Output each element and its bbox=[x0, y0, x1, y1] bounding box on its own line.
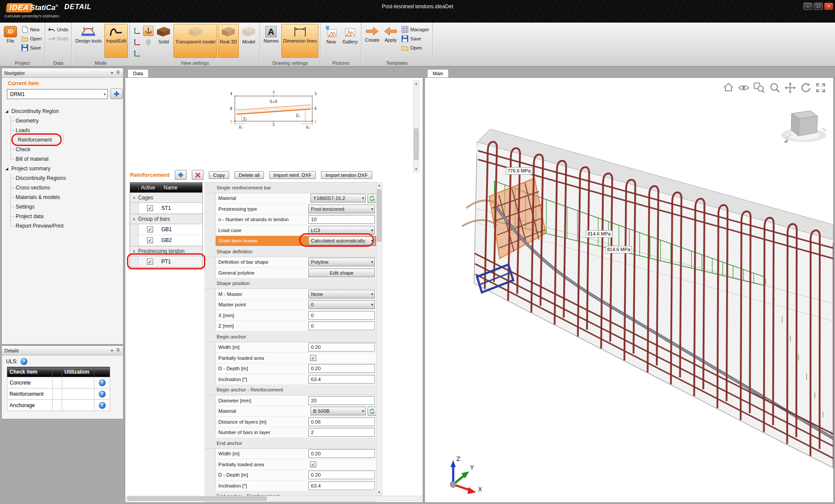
partially-loaded-checkbox[interactable] bbox=[310, 355, 316, 361]
data-horizontal-scrollbar[interactable] bbox=[126, 496, 422, 501]
zoom-all-home-icon[interactable] bbox=[723, 82, 734, 93]
active-checkbox[interactable] bbox=[147, 226, 153, 232]
view-eye-icon[interactable] bbox=[738, 82, 749, 93]
pin-icon[interactable] bbox=[116, 70, 120, 75]
group-prestressing-tendon[interactable]: ∧Prestressing tendon bbox=[130, 246, 202, 256]
new-button[interactable]: New bbox=[20, 26, 43, 33]
tree-item-cross-sections[interactable]: Cross-sections bbox=[5, 183, 120, 192]
refresh-material-button[interactable] bbox=[367, 407, 377, 416]
template-open-button[interactable]: Open bbox=[400, 44, 430, 52]
begin-diameter-input[interactable]: 20 bbox=[308, 396, 375, 405]
tree-item-settings[interactable]: Settings bbox=[5, 202, 120, 212]
file-button[interactable]: ID File bbox=[2, 24, 19, 58]
end-width-input[interactable]: 0.20 bbox=[308, 449, 375, 458]
diagram-scrollbar[interactable]: ▲▼ bbox=[413, 80, 419, 172]
active-checkbox[interactable] bbox=[147, 237, 153, 243]
tree-item-geometry[interactable]: Geometry bbox=[5, 116, 120, 126]
master-point-select[interactable]: 0 bbox=[308, 300, 375, 309]
tree-item-discontinuity-region[interactable]: ◢Discontinuity Region bbox=[5, 106, 120, 116]
main-viewport[interactable]: 776.6 MPa 814.6 MPa 814.6 MPa Z Y X bbox=[424, 77, 834, 503]
close-button[interactable]: × bbox=[824, 3, 833, 10]
tree-item-discontinuity-regions[interactable]: Discontinuity Regions bbox=[5, 173, 120, 183]
tree-item-bill-of-material[interactable]: Bill of material bbox=[5, 154, 120, 164]
group-cages[interactable]: ∧Cages bbox=[130, 192, 202, 203]
tree-item-project-data[interactable]: Project data bbox=[5, 212, 120, 221]
minimize-button[interactable]: – bbox=[803, 3, 812, 10]
active-checkbox[interactable] bbox=[147, 259, 153, 265]
copy-button[interactable]: Copy bbox=[209, 171, 229, 179]
tree-item-loads[interactable]: Loads bbox=[5, 126, 120, 135]
rotate-icon[interactable] bbox=[800, 82, 811, 93]
bars-in-layer-input[interactable]: 2 bbox=[308, 428, 375, 437]
group-bars[interactable]: ∧Group of bars bbox=[130, 214, 202, 224]
save-button[interactable]: Save bbox=[20, 44, 43, 52]
input-edit-button[interactable]: Input/Edit bbox=[104, 24, 128, 58]
end-depth-input[interactable]: 0.20 bbox=[308, 471, 375, 479]
short-term-losses-select[interactable]: Calculated automatically bbox=[308, 236, 375, 245]
x-input[interactable]: 0 bbox=[308, 311, 375, 320]
design-tools-button[interactable]: Design tools bbox=[73, 24, 104, 58]
begin-material-select[interactable]: B 500B bbox=[311, 407, 366, 415]
add-reinforcement-button[interactable] bbox=[175, 170, 187, 180]
import-reinf-dxf-button[interactable]: Import reinf. DXF bbox=[269, 171, 316, 179]
help-icon[interactable]: ? bbox=[20, 358, 27, 365]
import-tendon-dxf-button[interactable]: Import tendon DXF bbox=[321, 171, 372, 179]
pan-icon[interactable] bbox=[785, 82, 796, 93]
begin-inclination-input[interactable]: 63.4 bbox=[308, 375, 375, 384]
row-st1[interactable]: ST1 bbox=[130, 203, 202, 214]
edit-shape-button[interactable]: Edit shape bbox=[308, 269, 375, 277]
help-icon[interactable]: ? bbox=[99, 379, 106, 386]
prestressing-type-select[interactable]: Post-tensioned bbox=[308, 205, 375, 213]
help-icon[interactable]: ? bbox=[99, 402, 106, 409]
names-button[interactable]: A Names bbox=[262, 24, 281, 58]
redo-button[interactable]: Redo bbox=[47, 35, 70, 43]
pin-icon[interactable] bbox=[116, 348, 120, 353]
axis-view-xy-button[interactable] bbox=[132, 26, 142, 36]
delete-all-button[interactable]: Delete all bbox=[234, 171, 264, 179]
tree-item-materials-models[interactable]: Materials & models bbox=[5, 192, 120, 202]
load-case-select[interactable]: LC3 bbox=[308, 226, 375, 235]
axis-view-zy-button[interactable] bbox=[132, 48, 142, 59]
begin-width-input[interactable]: 0.20 bbox=[308, 343, 375, 351]
row-gb1[interactable]: GB1 bbox=[130, 224, 202, 235]
strand-count-input[interactable]: 10 bbox=[308, 215, 375, 224]
expander-icon[interactable]: ◢ bbox=[5, 109, 11, 113]
partially-loaded-checkbox[interactable] bbox=[310, 461, 316, 468]
row-pt1[interactable]: PT1 bbox=[130, 256, 202, 267]
help-icon[interactable]: ? bbox=[99, 391, 106, 398]
tab-data[interactable]: Data bbox=[127, 69, 149, 77]
solid-button[interactable]: Solid bbox=[154, 24, 173, 58]
dimension-lines-button[interactable]: Dimension lines bbox=[281, 24, 319, 58]
tab-main[interactable]: Main bbox=[427, 69, 449, 77]
current-item-select[interactable]: DRM1 bbox=[7, 89, 108, 99]
model-button[interactable]: Model bbox=[240, 24, 258, 58]
undo-button[interactable]: Undo bbox=[47, 26, 70, 33]
tree-item-project-summary[interactable]: ◢Project summary bbox=[5, 164, 120, 173]
axis-view-3d-button[interactable] bbox=[143, 26, 154, 36]
tree-item-report-preview-print[interactable]: Report Preview/Print bbox=[5, 221, 120, 231]
refresh-material-button[interactable] bbox=[367, 194, 377, 203]
end-inclination-input[interactable]: 63.4 bbox=[308, 481, 375, 490]
z-input[interactable]: 0 bbox=[308, 322, 375, 330]
gallery-button[interactable]: Gallery bbox=[341, 24, 359, 58]
collapse-icon[interactable]: ▾ bbox=[111, 348, 113, 353]
expander-icon[interactable]: ◢ bbox=[5, 166, 11, 171]
apply-template-button[interactable]: Apply bbox=[382, 24, 399, 58]
open-button[interactable]: Open bbox=[20, 35, 43, 43]
tree-item-reinforcement[interactable]: Reinforcement bbox=[5, 135, 120, 145]
property-grid-scrollbar[interactable]: ▲▼ bbox=[376, 182, 382, 496]
zoom-window-icon[interactable] bbox=[753, 82, 765, 93]
maximize-button[interactable]: □ bbox=[814, 3, 823, 10]
row-gb2[interactable]: GB2 bbox=[130, 235, 202, 246]
wire-cube-button[interactable] bbox=[143, 37, 154, 47]
create-template-button[interactable]: Create bbox=[363, 24, 381, 58]
active-checkbox[interactable] bbox=[147, 205, 153, 211]
template-save-button[interactable]: Save bbox=[400, 35, 430, 43]
begin-depth-input[interactable]: 0.20 bbox=[308, 364, 375, 373]
fullscreen-icon[interactable] bbox=[815, 82, 826, 93]
template-manager-button[interactable]: Manager bbox=[400, 26, 430, 33]
add-region-button[interactable] bbox=[110, 89, 123, 99]
material-select[interactable]: Y1860S7-15.2 bbox=[311, 194, 366, 202]
axis-view-zx-button[interactable] bbox=[132, 37, 142, 47]
collapse-icon[interactable]: ▾ bbox=[111, 70, 113, 75]
